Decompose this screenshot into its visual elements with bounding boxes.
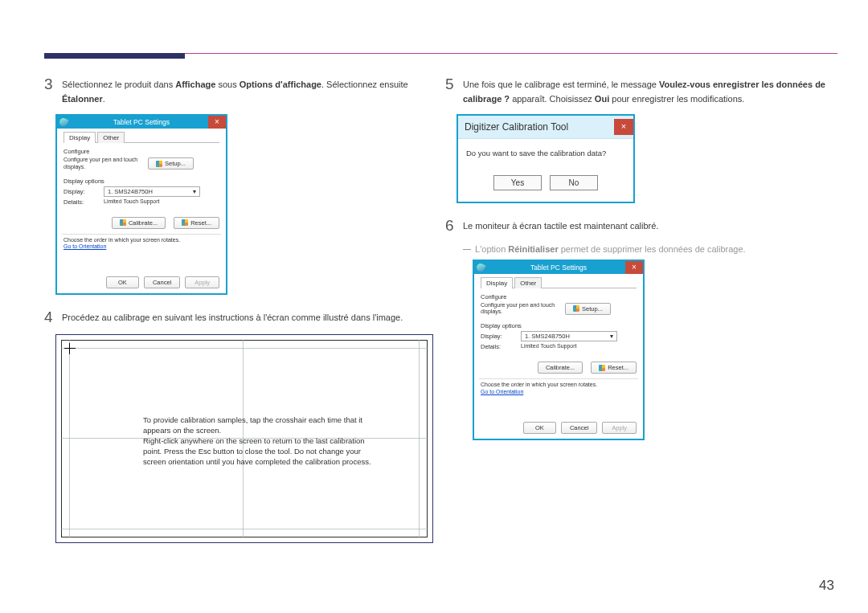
step-text: Sélectionnez le produit dans Affichage s… <box>62 76 408 106</box>
dash-icon <box>463 249 471 250</box>
display-options-label: Display options <box>481 322 637 329</box>
dialog-question: Do you want to save the calibration data… <box>458 138 633 161</box>
display-dropdown[interactable]: 1. SMS24B750H▾ <box>104 186 200 197</box>
cancel-button[interactable]: Cancel <box>144 276 180 288</box>
chevron-down-icon: ▾ <box>610 333 613 340</box>
shield-icon <box>156 161 162 167</box>
step-6: 6 Le moniteur à écran tactile est mainte… <box>445 218 831 235</box>
tablet-pc-settings-window-2: Tablet PC Settings × Display Other Confi… <box>473 260 645 440</box>
page-number: 43 <box>819 578 834 594</box>
details-label: Details: <box>481 343 521 350</box>
calibrate-button[interactable]: Calibrate... <box>112 217 166 229</box>
tab-strip: Display Other <box>481 276 637 288</box>
tab-other[interactable]: Other <box>97 132 125 143</box>
rotate-text: Choose the order in which your screen ro… <box>63 237 219 244</box>
window-title: Tablet PC Settings <box>70 118 213 126</box>
tab-strip: Display Other <box>63 131 219 143</box>
configure-text: Configure your pen and touch displays. <box>63 157 148 171</box>
orientation-link[interactable]: Go to Orientation <box>63 243 219 249</box>
details-label: Details: <box>63 198 104 206</box>
calibration-screen: To provide calibration samples, tap the … <box>55 334 433 543</box>
tab-display[interactable]: Display <box>63 132 96 143</box>
calibration-instruction-text: To provide calibration samples, tap the … <box>143 415 376 467</box>
details-value: Limited Touch Support <box>521 343 577 350</box>
step-number: 5 <box>445 76 463 106</box>
shield-icon <box>599 365 605 371</box>
step-number: 3 <box>44 76 62 106</box>
display-options-label: Display options <box>63 178 219 185</box>
cancel-button[interactable]: Cancel <box>561 422 597 434</box>
configure-label: Configure <box>481 293 637 300</box>
step-text: Procédez au calibrage en suivant les ins… <box>62 309 403 326</box>
dialog-titlebar: Digitizer Calibration Tool × <box>458 116 633 138</box>
orientation-link[interactable]: Go to Orientation <box>481 389 637 394</box>
close-icon[interactable]: × <box>208 116 226 129</box>
reset-button[interactable]: Reset... <box>174 217 219 229</box>
step-text: Le moniteur à écran tactile est maintena… <box>463 218 658 235</box>
window-titlebar: Tablet PC Settings × <box>474 261 643 274</box>
apply-button[interactable]: Apply <box>602 422 637 434</box>
tablet-pc-settings-window: Tablet PC Settings × Display Other Confi… <box>55 114 227 295</box>
digitizer-dialog: Digitizer Calibration Tool × Do you want… <box>457 114 635 203</box>
setup-button[interactable]: Setup... <box>148 157 194 170</box>
step-3: 3 Sélectionnez le produit dans Affichage… <box>44 76 424 106</box>
shield-icon <box>182 219 188 226</box>
no-button[interactable]: No <box>550 175 598 190</box>
shield-icon <box>120 219 126 226</box>
step-text: Une fois que le calibrage est terminé, l… <box>463 76 831 106</box>
ok-button[interactable]: OK <box>106 276 139 288</box>
yes-button[interactable]: Yes <box>493 175 542 190</box>
ok-button[interactable]: OK <box>523 422 556 434</box>
app-icon <box>58 117 68 128</box>
window-titlebar: Tablet PC Settings × <box>57 116 226 129</box>
calibrate-button[interactable]: Calibrate... <box>538 362 583 374</box>
configure-text: Configure your pen and touch displays. <box>481 302 565 317</box>
shield-icon <box>573 305 579 312</box>
step-number: 6 <box>445 218 463 235</box>
display-label: Display: <box>63 188 104 195</box>
configure-label: Configure <box>63 148 219 155</box>
display-dropdown[interactable]: 1. SMS24B750H▾ <box>521 331 617 341</box>
close-icon[interactable]: × <box>625 261 643 274</box>
rotate-text: Choose the order in which your screen ro… <box>481 382 637 389</box>
step-number: 4 <box>44 309 62 326</box>
app-icon <box>475 262 485 272</box>
details-value: Limited Touch Support <box>104 198 160 206</box>
dialog-title: Digitizer Calibration Tool <box>465 121 568 133</box>
apply-button[interactable]: Apply <box>185 276 219 288</box>
chevron-down-icon: ▾ <box>193 188 196 195</box>
tab-other[interactable]: Other <box>514 277 542 288</box>
setup-button[interactable]: Setup... <box>565 303 611 315</box>
display-label: Display: <box>481 333 521 340</box>
step-5: 5 Une fois que le calibrage est terminé,… <box>445 76 831 106</box>
tab-display[interactable]: Display <box>481 277 513 288</box>
window-title: Tablet PC Settings <box>487 264 630 272</box>
note-reinitialiser: L'option Réinitialiser permet de supprim… <box>463 243 831 256</box>
step-4: 4 Procédez au calibrage en suivant les i… <box>44 309 424 326</box>
crosshair-icon <box>64 343 76 354</box>
header-accent <box>44 53 185 59</box>
close-icon[interactable]: × <box>614 119 633 135</box>
reset-button[interactable]: Reset... <box>591 362 637 374</box>
